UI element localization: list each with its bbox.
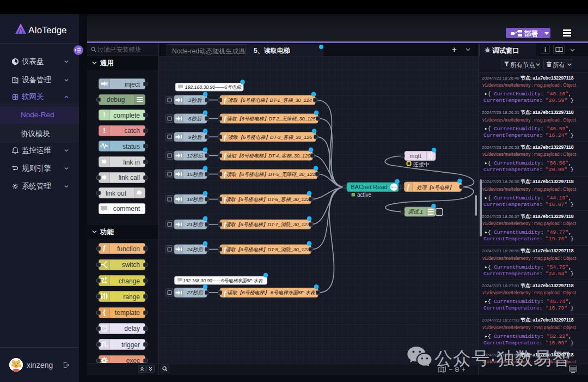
svg-text:3秒后: 3秒后 bbox=[188, 97, 203, 103]
svg-text:24秒后: 24秒后 bbox=[186, 246, 204, 252]
svg-text:BACnet Read: BACnet Read bbox=[351, 184, 387, 190]
svg-text:18秒后: 18秒后 bbox=[187, 196, 204, 202]
svg-text:6秒后: 6秒后 bbox=[188, 116, 203, 122]
svg-text:读取【6号楼电梯】DT-2_无障碍_30_125: 读取【6号楼电梯】DT-2_无障碍_30_125 bbox=[226, 116, 316, 122]
svg-text:15秒后: 15秒后 bbox=[187, 171, 204, 177]
svg-text:BACnet: BACnet bbox=[390, 186, 397, 189]
svg-text:读取【6号楼电梯】DT-1_客梯_30_124: 读取【6号楼电梯】DT-1_客梯_30_124 bbox=[228, 98, 311, 103]
svg-text:读取【6号楼电梯】DT-7_消防_30_127: 读取【6号楼电梯】DT-7_消防_30_127 bbox=[225, 222, 310, 227]
svg-text:active: active bbox=[357, 192, 372, 198]
svg-text:读取【6号楼电梯】 6号电梯东面8F-水表: 读取【6号楼电梯】 6号电梯东面8F-水表 bbox=[227, 290, 315, 295]
svg-text:连接中: 连接中 bbox=[413, 161, 430, 167]
svg-text:调试 1: 调试 1 bbox=[408, 209, 423, 215]
svg-text:读取【6号楼电梯】DT-6_客梯_30_122: 读取【6号楼电梯】DT-6_客梯_30_122 bbox=[225, 197, 309, 202]
svg-text:读取【6号楼电梯】DT-4_客梯_30_120: 读取【6号楼电梯】DT-4_客梯_30_120 bbox=[226, 153, 310, 159]
svg-text:192.168.30.90——6号电梯: 192.168.30.90——6号电梯 bbox=[185, 84, 242, 90]
svg-text:读取【6号楼电梯】DT-5_无障碍_30_121: 读取【6号楼电梯】DT-5_无障碍_30_121 bbox=[226, 172, 315, 177]
svg-text:读取【6号楼电梯】DT-8_消防_30_123: 读取【6号楼电梯】DT-8_消防_30_123 bbox=[225, 247, 309, 252]
svg-text:9秒后: 9秒后 bbox=[188, 134, 203, 140]
svg-text:192.168.30.90——6号电梯东面8F-水表: 192.168.30.90——6号电梯东面8F-水表 bbox=[183, 278, 263, 283]
svg-text:读取【6号楼电梯】DT-3_客梯_30_126: 读取【6号楼电梯】DT-3_客梯_30_126 bbox=[228, 135, 312, 140]
svg-text:21秒后: 21秒后 bbox=[186, 221, 204, 227]
svg-text:27秒后: 27秒后 bbox=[186, 289, 204, 295]
svg-text:12秒后: 12秒后 bbox=[187, 153, 204, 159]
svg-text:mqtt: mqtt bbox=[409, 153, 421, 159]
svg-text:处理【6号电梯】: 处理【6号电梯】 bbox=[416, 185, 454, 190]
